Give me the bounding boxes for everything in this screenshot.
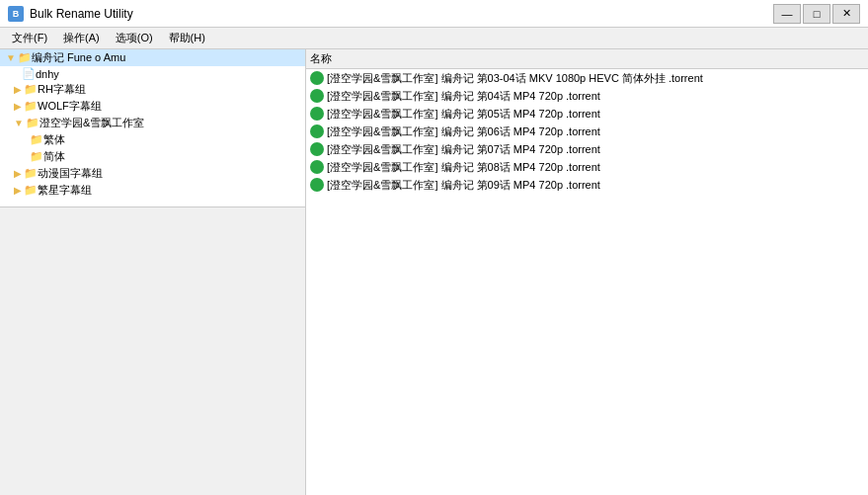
- list-item[interactable]: [澄空学园&雪飘工作室] 编舟记 第07话 MP4 720p .torrent: [306, 140, 868, 158]
- file-name: [澄空学园&雪飘工作室] 编舟记 第06话 MP4 720p .torrent: [327, 124, 600, 139]
- torrent-icon: [310, 124, 324, 138]
- torrent-icon: [310, 160, 324, 174]
- torrent-icon: [310, 142, 324, 156]
- folder-expand-icon: ▼: [6, 52, 16, 63]
- tree-item-label: RH字幕组: [38, 82, 86, 97]
- tree-item-label: 简体: [43, 149, 65, 164]
- file-name: [澄空学园&雪飘工作室] 编舟记 第05话 MP4 720p .torrent: [327, 107, 600, 122]
- menu-action[interactable]: 操作(A): [55, 30, 108, 46]
- maximize-button[interactable]: □: [803, 4, 830, 24]
- folder-icon: 📁: [24, 83, 38, 96]
- menu-options[interactable]: 选项(O): [108, 30, 161, 46]
- window-controls: — □ ✕: [773, 4, 860, 24]
- close-button[interactable]: ✕: [832, 4, 860, 24]
- torrent-icon: [310, 178, 324, 192]
- file-name: [澄空学园&雪飘工作室] 编舟记 第07话 MP4 720p .torrent: [327, 142, 600, 157]
- file-name: [澄空学园&雪飘工作室] 编舟记 第09话 MP4 720p .torrent: [327, 178, 600, 193]
- file-list[interactable]: [澄空学园&雪飘工作室] 编舟记 第03-04话 MKV 1080p HEVC …: [306, 69, 868, 495]
- left-panel: ▼ 📁 编舟记 Fune o Amu 📄 dnhy ▶ 📁 RH字幕组 ▶ 📁 …: [0, 49, 306, 495]
- tree-item-label: 动漫国字幕组: [38, 166, 103, 181]
- tree-item[interactable]: ▶ 📁 动漫国字幕组: [0, 165, 305, 182]
- list-item[interactable]: [澄空学园&雪飘工作室] 编舟记 第05话 MP4 720p .torrent: [306, 105, 868, 123]
- list-item[interactable]: [澄空学园&雪飘工作室] 编舟记 第09话 MP4 720p .torrent: [306, 176, 868, 194]
- menu-file[interactable]: 文件(F): [4, 30, 55, 46]
- tree-item[interactable]: ▼ 📁 编舟记 Fune o Amu: [0, 49, 305, 66]
- file-name: [澄空学园&雪飘工作室] 编舟记 第04话 MP4 720p .torrent: [327, 89, 600, 104]
- folder-icon: 📁: [26, 117, 39, 129]
- title-bar: B Bulk Rename Utility — □ ✕: [0, 0, 868, 28]
- file-name: [澄空学园&雪飘工作室] 编舟记 第03-04话 MKV 1080p HEVC …: [327, 71, 703, 86]
- folder-icon: 📁: [18, 51, 32, 64]
- menu-bar: 文件(F) 操作(A) 选项(O) 帮助(H): [0, 28, 868, 49]
- folder-icon: 📁: [24, 167, 38, 180]
- folder-icon: 📁: [30, 133, 43, 146]
- torrent-icon: [310, 107, 324, 121]
- tree-item[interactable]: 📄 dnhy: [0, 66, 305, 81]
- folder-icon: 📁: [30, 150, 43, 163]
- folder-icon: 📄: [22, 67, 36, 80]
- menu-help[interactable]: 帮助(H): [161, 30, 213, 46]
- torrent-icon: [310, 71, 324, 85]
- folder-expand-icon: ▶: [14, 84, 22, 95]
- tree-item[interactable]: 📁 简体: [0, 148, 305, 165]
- tree-item-label: 澄空学园&雪飘工作室: [39, 116, 144, 130]
- list-item[interactable]: [澄空学园&雪飘工作室] 编舟记 第08话 MP4 720p .torrent: [306, 158, 868, 176]
- folder-expand-icon: ▼: [14, 118, 24, 128]
- folder-expand-icon: ▶: [14, 185, 22, 196]
- folder-expand-icon: ▶: [14, 101, 22, 112]
- file-list-header: 名称: [306, 49, 868, 69]
- list-item[interactable]: [澄空学园&雪飘工作室] 编舟记 第03-04话 MKV 1080p HEVC …: [306, 69, 868, 87]
- tree-item-label: WOLF字幕组: [38, 99, 102, 114]
- folder-icon: 📁: [24, 100, 38, 113]
- tree-item-label: dnhy: [36, 68, 59, 80]
- minimize-button[interactable]: —: [773, 4, 801, 24]
- torrent-icon: [310, 89, 324, 103]
- right-panel: 名称 [澄空学园&雪飘工作室] 编舟记 第03-04话 MKV 1080p HE…: [306, 49, 868, 495]
- folder-tree[interactable]: ▼ 📁 编舟记 Fune o Amu 📄 dnhy ▶ 📁 RH字幕组 ▶ 📁 …: [0, 49, 305, 207]
- file-name: [澄空学园&雪飘工作室] 编舟记 第08话 MP4 720p .torrent: [327, 160, 600, 175]
- folder-icon: 📁: [24, 184, 38, 197]
- list-item[interactable]: [澄空学园&雪飘工作室] 编舟记 第06话 MP4 720p .torrent: [306, 123, 868, 140]
- app-icon: B: [8, 6, 24, 22]
- tree-item[interactable]: ▶ 📁 WOLF字幕组: [0, 98, 305, 115]
- main-container: ▼ 📁 编舟记 Fune o Amu 📄 dnhy ▶ 📁 RH字幕组 ▶ 📁 …: [0, 49, 868, 495]
- tree-item[interactable]: 📁 繁体: [0, 131, 305, 148]
- tree-item[interactable]: ▼ 📁 澄空学园&雪飘工作室: [0, 115, 305, 131]
- tree-item-label: 编舟记 Fune o Amu: [32, 50, 125, 65]
- list-item[interactable]: [澄空学园&雪飘工作室] 编舟记 第04话 MP4 720p .torrent: [306, 87, 868, 105]
- tree-item-label: 繁星字幕组: [38, 183, 92, 198]
- tree-item-label: 繁体: [43, 132, 65, 147]
- title-text: Bulk Rename Utility: [30, 7, 773, 21]
- tree-item[interactable]: ▶ 📁 繁星字幕组: [0, 182, 305, 199]
- tree-item[interactable]: ▶ 📁 RH字幕组: [0, 81, 305, 98]
- folder-expand-icon: ▶: [14, 168, 22, 179]
